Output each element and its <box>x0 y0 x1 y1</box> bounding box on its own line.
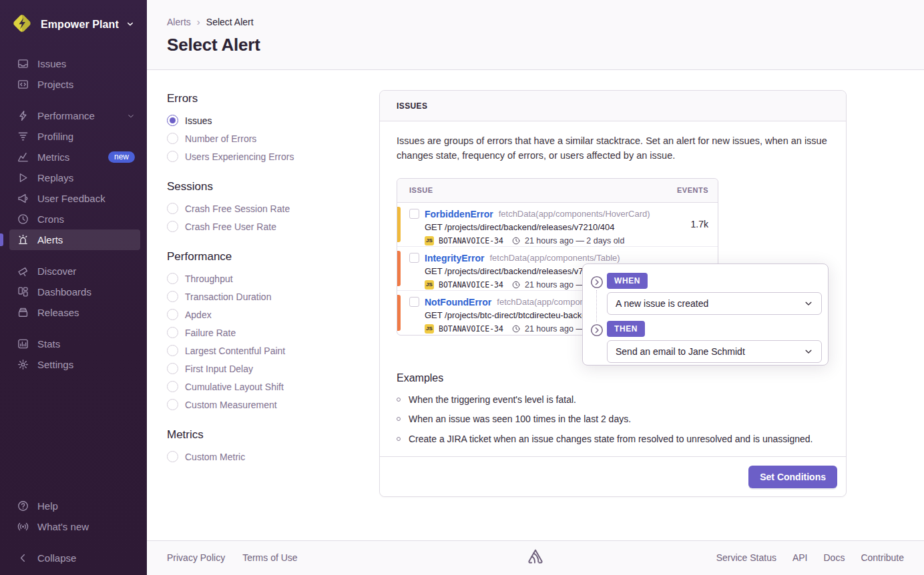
issue-culprit: fetchData(app/components/HoverCard) <box>499 209 650 219</box>
panel-header: ISSUES <box>380 91 846 121</box>
example-item: When the triggering event's level is fat… <box>397 393 829 406</box>
sidebar-item-profiling[interactable]: Profiling <box>9 126 140 147</box>
alert-type-option-crash-free-session-rate[interactable]: Crash Free Session Rate <box>167 199 371 217</box>
issue-checkbox[interactable] <box>409 209 419 219</box>
sidebar-item-releases[interactable]: Releases <box>9 302 140 323</box>
alert-type-option-throughput[interactable]: Throughput <box>167 269 371 288</box>
settings-icon <box>17 359 29 370</box>
org-switcher[interactable]: Empower Plant <box>0 0 147 39</box>
radio-icon <box>167 327 178 338</box>
sidebar-item-label: Help <box>37 500 58 512</box>
issue-checkbox[interactable] <box>409 253 419 263</box>
collapse-label: Collapse <box>37 552 76 564</box>
footer-left-links: Privacy PolicyTerms of Use <box>167 552 298 563</box>
issue-row: ForbiddenErrorfetchData(app/components/H… <box>397 203 718 247</box>
radio-icon <box>167 273 178 284</box>
issue-link[interactable]: NotFoundError <box>425 297 491 308</box>
sidebar-item-issues[interactable]: Issues <box>9 53 140 74</box>
sidebar-item-label: Releases <box>37 307 79 318</box>
alert-type-option-apdex[interactable]: Apdex <box>167 306 371 324</box>
sidebar-item-label: Profiling <box>37 131 73 142</box>
sidebar: Empower Plant IssuesProjectsPerformanceP… <box>0 0 147 575</box>
chevron-down-icon <box>126 18 134 31</box>
issue-link[interactable]: IntegrityError <box>425 253 484 263</box>
radio-label: Crash Free User Rate <box>185 221 276 232</box>
empower-plant-logo <box>11 12 33 37</box>
sidebar-bottom: HelpWhat's new Collapse <box>0 496 147 568</box>
radio-label: Issues <box>185 115 212 126</box>
sidebar-item-settings[interactable]: Settings <box>9 354 140 375</box>
sentry-logo <box>527 548 545 568</box>
alert-type-option-custom-metric[interactable]: Custom Metric <box>167 448 371 466</box>
footer-link-contribute[interactable]: Contribute <box>861 552 904 563</box>
alert-type-option-failure-rate[interactable]: Failure Rate <box>167 324 371 342</box>
collapse-button[interactable]: Collapse <box>9 548 140 568</box>
breadcrumb-current: Select Alert <box>206 17 254 27</box>
example-item: Create a JIRA ticket when an issue chang… <box>397 432 829 446</box>
issue-checkbox[interactable] <box>409 297 419 307</box>
footer-link-docs[interactable]: Docs <box>824 552 845 563</box>
radio-label: Largest Contentful Paint <box>185 346 285 356</box>
alert-type-option-crash-free-user-rate[interactable]: Crash Free User Rate <box>167 217 371 235</box>
radio-icon <box>167 451 178 462</box>
radio-icon <box>167 291 178 302</box>
alert-type-group-heading: Metrics <box>167 428 371 442</box>
sidebar-item-stats[interactable]: Stats <box>9 334 140 354</box>
issue-events-count: 1.7k <box>691 219 708 229</box>
sidebar-item-label: Issues <box>37 58 66 69</box>
example-text: When an issue was seen 100 times in the … <box>409 412 631 426</box>
issue-detail: GET /projects/direct/backend/releases/v7… <box>425 222 678 232</box>
alert-type-option-issues[interactable]: Issues <box>167 111 371 129</box>
examples-list: When the triggering event's level is fat… <box>397 393 829 446</box>
alert-type-option-users-experiencing-errors[interactable]: Users Experiencing Errors <box>167 147 371 165</box>
footer-right-links: Service StatusAPIDocsContribute <box>716 552 904 563</box>
project-platform-badge: JS <box>425 280 434 290</box>
radio-icon <box>167 345 178 356</box>
sidebar-item-replays[interactable]: Replays <box>9 167 140 188</box>
set-conditions-button[interactable]: Set Conditions <box>748 466 837 488</box>
example-text: When the triggering event's level is fat… <box>409 393 576 406</box>
alert-type-option-custom-measurement[interactable]: Custom Measurement <box>167 396 371 414</box>
sidebar-item-what-s-new[interactable]: What's new <box>9 516 140 537</box>
column-issue: ISSUE <box>409 186 433 194</box>
sidebar-item-label: Crons <box>37 213 64 225</box>
footer-link-terms-of-use[interactable]: Terms of Use <box>242 552 297 563</box>
panel-footer: Set Conditions <box>380 456 846 496</box>
alert-type-option-transaction-duration[interactable]: Transaction Duration <box>167 288 371 306</box>
alert-type-option-number-of-errors[interactable]: Number of Errors <box>167 129 371 147</box>
examples-section: Examples When the triggering event's lev… <box>397 372 829 446</box>
then-action-select[interactable]: Send an email to Jane Schmidt <box>607 340 822 363</box>
footer-link-privacy-policy[interactable]: Privacy Policy <box>167 552 225 563</box>
project-platform-badge: JS <box>425 236 434 245</box>
sidebar-item-performance[interactable]: Performance <box>9 105 140 126</box>
issue-link[interactable]: ForbiddenError <box>425 209 493 219</box>
radio-label: Cumulative Layout Shift <box>185 382 284 392</box>
sidebar-item-label: Dashboards <box>37 286 91 298</box>
sidebar-item-user-feedback[interactable]: User Feedback <box>9 188 140 209</box>
collapse-icon <box>17 552 29 564</box>
footer-link-service-status[interactable]: Service Status <box>716 552 776 563</box>
sidebar-item-alerts[interactable]: Alerts <box>9 229 140 250</box>
alert-type-group-sessions: SessionsCrash Free Session RateCrash Fre… <box>167 180 371 235</box>
sidebar-item-help[interactable]: Help <box>9 496 140 516</box>
footer-link-api[interactable]: API <box>792 552 808 563</box>
radio-label: Custom Metric <box>185 452 245 462</box>
alert-type-option-first-input-delay[interactable]: First Input Delay <box>167 360 371 378</box>
help-icon <box>17 500 29 512</box>
alert-type-option-largest-contentful-paint[interactable]: Largest Contentful Paint <box>167 342 371 360</box>
sidebar-item-crons[interactable]: Crons <box>9 209 140 229</box>
performance-icon <box>17 110 29 121</box>
sidebar-item-metrics[interactable]: Metricsnew <box>9 147 140 167</box>
alert-type-option-cumulative-layout-shift[interactable]: Cumulative Layout Shift <box>167 378 371 396</box>
sidebar-item-discover[interactable]: Discover <box>9 261 140 281</box>
sidebar-item-projects[interactable]: Projects <box>9 74 140 95</box>
alert-type-group-heading: Performance <box>167 250 371 263</box>
then-action-value: Send an email to Jane Schmidt <box>616 346 745 357</box>
alert-type-group-errors: ErrorsIssuesNumber of ErrorsUsers Experi… <box>167 92 371 165</box>
breadcrumb-alerts[interactable]: Alerts <box>167 17 191 27</box>
when-condition-select[interactable]: A new issue is created <box>607 292 822 315</box>
sidebar-item-dashboards[interactable]: Dashboards <box>9 281 140 302</box>
page-header: Alerts › Select Alert Select Alert <box>147 0 924 70</box>
radio-label: Apdex <box>185 310 212 320</box>
chevron-down-icon <box>804 299 813 308</box>
